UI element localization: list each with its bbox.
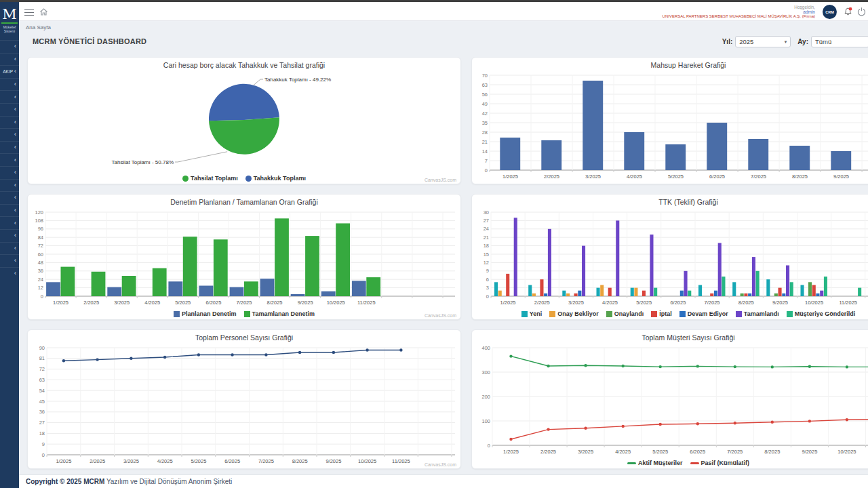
notifications-button[interactable]	[843, 7, 853, 20]
chart-canvas[interactable]: 0369121518212427301/20252/20253/20254/20…	[475, 208, 868, 307]
svg-text:1/2025: 1/2025	[503, 449, 519, 455]
home-button[interactable]	[39, 7, 48, 19]
chart-title: Toplam Personel Sayısı Grafiği	[28, 333, 460, 342]
svg-text:11/2025: 11/2025	[839, 300, 857, 306]
legend-item[interactable]: Onaylandı	[606, 310, 644, 317]
user-info: Hoşgeldin, admin UNIVERSAL PARTNERS SERB…	[663, 5, 815, 20]
svg-text:9: 9	[486, 268, 489, 274]
chart-title: Cari hesap borç alacak Tahakkuk ve Tahsi…	[28, 61, 460, 69]
svg-text:42: 42	[482, 110, 488, 117]
legend-item[interactable]: İptal	[651, 310, 672, 317]
legend-marker-icon	[787, 311, 793, 317]
chart-canvas[interactable]: 071421283542495663701/20252/20253/20254/…	[475, 71, 868, 181]
svg-text:3/2025: 3/2025	[568, 300, 584, 306]
sidebar-item[interactable]: ‹	[0, 116, 19, 129]
copyright-bold: Copyright © 2025 MCRM	[26, 478, 104, 485]
sidebar-item[interactable]: ‹	[0, 141, 19, 154]
sidebar-item[interactable]: ‹	[0, 128, 19, 141]
chevron-left-icon: ‹	[14, 157, 16, 163]
hamburger-menu-button[interactable]	[24, 7, 34, 16]
chevron-left-icon: ‹	[14, 144, 16, 150]
legend-item[interactable]: Tamamlandı	[736, 310, 779, 317]
legend-item[interactable]: Yeni	[521, 310, 542, 317]
legend-label: İptal	[659, 310, 672, 317]
legend-label: Onay Bekliyor	[557, 310, 599, 317]
legend-label: Planlanan Denetim	[182, 310, 237, 317]
legend-item[interactable]: Planlanan Denetim	[174, 310, 237, 317]
legend-item[interactable]: Onay Bekliyor	[549, 310, 599, 317]
svg-text:15: 15	[484, 251, 489, 258]
chart-title: TTK (Teklif) Grafiği	[472, 198, 868, 206]
legend-item[interactable]: Devam Ediyor	[679, 310, 728, 317]
chart-title: Denetim Planlanan / Tamamlanan Oran Graf…	[28, 198, 460, 206]
legend-item[interactable]: Müşteriye Gönderildi	[787, 310, 856, 317]
sidebar-item[interactable]: ‹	[0, 267, 19, 280]
chevron-left-icon: ‹	[14, 220, 16, 226]
legend-label: Yeni	[530, 310, 542, 317]
svg-text:8/2025: 8/2025	[292, 458, 308, 464]
breadcrumb[interactable]: Ana Sayfa	[26, 24, 51, 30]
sidebar-item[interactable]: ‹	[0, 216, 19, 229]
svg-text:35: 35	[482, 120, 488, 126]
sidebar-item[interactable]: ‹	[0, 53, 19, 66]
svg-text:36: 36	[38, 268, 43, 274]
sidebar-item-label: AKIP	[3, 69, 13, 74]
legend-marker-icon	[679, 311, 686, 317]
sidebar-item[interactable]: ‹	[0, 179, 19, 192]
legend-item[interactable]: Tahsilat Toplamı	[182, 175, 238, 182]
svg-text:96: 96	[38, 226, 43, 232]
logout-button[interactable]	[856, 7, 867, 20]
legend-marker-icon	[245, 176, 252, 182]
svg-text:5/2025: 5/2025	[191, 458, 206, 464]
sidebar-item[interactable]: ‹	[0, 166, 19, 179]
svg-text:7/2025: 7/2025	[258, 458, 274, 464]
chevron-left-icon: ‹	[14, 106, 16, 113]
chart-canvas[interactable]: 091827364554637281901/20252/20253/20254/…	[31, 344, 458, 466]
svg-text:1/2025: 1/2025	[500, 300, 516, 306]
chart-canvas[interactable]: Tahakkuk Toplamı - 49.22%Tahsilat Toplam…	[31, 71, 458, 171]
svg-text:1/2025: 1/2025	[502, 174, 518, 180]
legend-item[interactable]: Tamamlanan Denetim	[244, 310, 315, 317]
month-select[interactable]: Tümü	[811, 36, 868, 47]
svg-text:Tahakkuk Toplamı - 49.22%: Tahakkuk Toplamı - 49.22%	[264, 77, 331, 83]
svg-text:9: 9	[42, 441, 45, 447]
sidebar-item[interactable]: ‹	[0, 254, 19, 267]
sidebar-item[interactable]: ‹	[0, 103, 19, 116]
legend-item[interactable]: Tahakkuk Toplamı	[245, 175, 306, 182]
sidebar-item[interactable]: ‹	[0, 242, 19, 255]
chevron-left-icon: ‹	[14, 131, 16, 138]
sidebar-logo[interactable]: M Mükellef Sistemi	[0, 2, 19, 33]
sidebar-item[interactable]: AKIP‹	[0, 65, 19, 78]
card-ttk-teklif: TTK (Teklif) Grafiği 0369121518212427301…	[471, 194, 868, 320]
sidebar-item[interactable]: ‹	[0, 204, 19, 217]
sidebar-item[interactable]: ‹	[0, 229, 19, 242]
svg-text:100: 100	[481, 418, 490, 424]
svg-text:9/2025: 9/2025	[802, 449, 817, 455]
chevron-left-icon: ‹	[14, 207, 16, 214]
legend-item[interactable]: Aktif Müşteriler	[627, 460, 683, 466]
legend-label: Tamamlandı	[744, 310, 779, 317]
chart-title: Mahsup Hareket Grafiği	[472, 61, 868, 69]
year-select[interactable]: 2025 ▾	[735, 36, 791, 47]
sidebar-item[interactable]: ‹	[0, 78, 19, 91]
svg-text:72: 72	[38, 243, 43, 249]
legend-item[interactable]: Pasif (Kümülatif)	[690, 460, 750, 466]
main-content: Ana Sayfa MCRM YÖNETİCİ DASHBOARD Yıl: 2…	[19, 21, 868, 474]
svg-text:10/2025: 10/2025	[837, 449, 856, 455]
month-select-value: Tümü	[815, 38, 865, 45]
svg-text:2/2025: 2/2025	[83, 300, 99, 306]
footer: Copyright © 2025 MCRM Yazılım ve Dijital…	[19, 474, 868, 488]
svg-text:5/2025: 5/2025	[636, 300, 652, 306]
sidebar-item[interactable]: ‹	[0, 40, 19, 53]
sidebar-item[interactable]: ‹	[0, 191, 19, 204]
sidebar-item[interactable]: ‹	[0, 90, 19, 103]
page-title: MCRM YÖNETİCİ DASHBOARD	[33, 37, 146, 45]
svg-text:300: 300	[481, 369, 490, 375]
chart-canvas[interactable]: 012243648607284961081201/20252/20253/202…	[31, 208, 458, 307]
legend-marker-icon	[651, 311, 657, 317]
sidebar-item[interactable]: ‹	[0, 153, 19, 166]
svg-text:0: 0	[488, 443, 490, 449]
chart-canvas[interactable]: 01002003004001/20252/20253/20254/20255/2…	[475, 344, 868, 456]
chevron-left-icon: ‹	[14, 94, 16, 100]
watermark: CanvasJS.com	[425, 462, 456, 467]
